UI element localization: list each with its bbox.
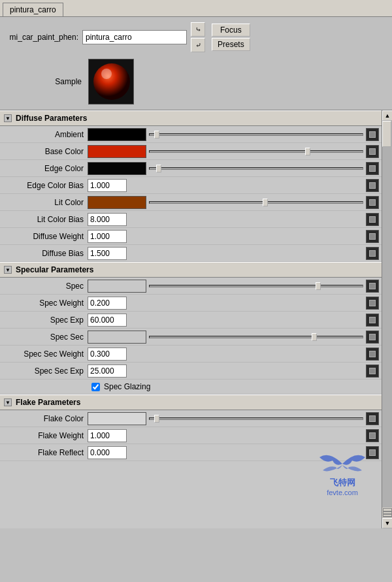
spec-sec-weight-icon[interactable] bbox=[366, 348, 379, 361]
diffuse-weight-icon[interactable] bbox=[366, 230, 379, 243]
base-color-icon[interactable] bbox=[366, 145, 379, 158]
diffuse-bias-input[interactable] bbox=[88, 247, 127, 260]
import-icon[interactable]: ⤷ bbox=[191, 22, 205, 37]
svg-point-1 bbox=[93, 63, 130, 100]
spec-sec-color-swatch[interactable] bbox=[88, 331, 146, 344]
spec-exp-label: Spec Exp bbox=[3, 315, 88, 325]
spec-glazing-label: Spec Glazing bbox=[104, 382, 150, 391]
spec-sec-exp-row: Spec Sec Exp bbox=[0, 363, 382, 380]
ambient-icon[interactable] bbox=[366, 128, 379, 141]
edge-color-bias-row: Edge Color Bias bbox=[0, 177, 382, 194]
diffuse-bias-icon[interactable] bbox=[366, 247, 379, 260]
spec-glazing-row: Spec Glazing bbox=[0, 380, 382, 395]
spec-weight-icon[interactable] bbox=[366, 297, 379, 310]
flake-arrow[interactable]: ▼ bbox=[4, 398, 12, 406]
flake-weight-icon[interactable] bbox=[366, 429, 379, 442]
base-color-swatch[interactable] bbox=[88, 145, 146, 158]
spec-color-swatch[interactable] bbox=[88, 280, 146, 293]
edge-color-label: Edge Color bbox=[3, 164, 88, 173]
watermark: 飞特网 fevte.com bbox=[316, 451, 368, 496]
main-area: ▼ Diffuse Parameters Ambient Base Color bbox=[0, 110, 392, 528]
specular-arrow[interactable]: ▼ bbox=[4, 266, 12, 274]
spec-sec-icon[interactable] bbox=[366, 331, 379, 344]
export-icon[interactable]: ⤶ bbox=[191, 38, 205, 52]
scroll-track[interactable] bbox=[382, 121, 392, 508]
spec-icon[interactable] bbox=[366, 280, 379, 293]
spec-weight-input[interactable] bbox=[88, 297, 127, 310]
spec-sec-weight-row: Spec Sec Weight bbox=[0, 346, 382, 363]
edge-color-bias-input[interactable] bbox=[88, 179, 127, 192]
focus-button[interactable]: Focus bbox=[212, 24, 250, 37]
ambient-row: Ambient bbox=[0, 126, 382, 143]
lit-color-icon[interactable] bbox=[366, 196, 379, 209]
lit-color-bias-input[interactable] bbox=[88, 213, 127, 226]
phenomenon-input[interactable] bbox=[82, 30, 187, 44]
action-buttons: Focus Presets bbox=[212, 24, 250, 51]
spec-exp-icon[interactable] bbox=[366, 314, 379, 327]
watermark-spacer: 飞特网 fevte.com bbox=[0, 461, 382, 500]
ambient-slider[interactable] bbox=[146, 133, 366, 136]
spec-sec-label: Spec Sec bbox=[3, 332, 88, 342]
spec-sec-exp-label: Spec Sec Exp bbox=[3, 366, 88, 376]
content-panel: ▼ Diffuse Parameters Ambient Base Color bbox=[0, 110, 382, 528]
spec-slider[interactable] bbox=[146, 285, 366, 287]
flake-weight-row: Flake Weight bbox=[0, 427, 382, 444]
presets-button[interactable]: Presets bbox=[212, 38, 250, 51]
flake-section-title: Flake Parameters bbox=[16, 398, 80, 407]
flake-reflect-input[interactable] bbox=[88, 446, 127, 459]
diffuse-arrow[interactable]: ▼ bbox=[4, 114, 12, 122]
base-color-row: Base Color bbox=[0, 143, 382, 160]
spec-weight-row: Spec Weight bbox=[0, 295, 382, 312]
phenomenon-row: mi_car_paint_phen: ⤷ ⤶ Focus Presets bbox=[7, 22, 385, 52]
tab-pintura-carro[interactable]: pintura_carro bbox=[3, 3, 63, 16]
flake-color-swatch[interactable] bbox=[88, 412, 146, 425]
specular-section-header[interactable]: ▼ Specular Parameters bbox=[0, 262, 382, 278]
diffuse-weight-input[interactable] bbox=[88, 230, 127, 243]
spec-sec-weight-input[interactable] bbox=[88, 348, 127, 361]
edge-color-bias-icon[interactable] bbox=[366, 179, 379, 192]
sample-label: Sample bbox=[46, 77, 82, 86]
base-color-slider[interactable] bbox=[146, 150, 366, 153]
lit-color-bias-icon[interactable] bbox=[366, 213, 379, 226]
base-color-label: Base Color bbox=[3, 147, 88, 156]
flake-section-header[interactable]: ▼ Flake Parameters bbox=[0, 395, 382, 410]
edge-color-row: Edge Color bbox=[0, 160, 382, 177]
spec-label: Spec bbox=[3, 282, 88, 291]
spec-sec-exp-icon[interactable] bbox=[366, 364, 379, 378]
flake-color-row: Flake Color bbox=[0, 410, 382, 427]
specular-section-title: Specular Parameters bbox=[16, 265, 93, 274]
edge-color-swatch[interactable] bbox=[88, 162, 146, 175]
diffuse-section-title: Diffuse Parameters bbox=[16, 114, 87, 123]
lit-color-row: Lit Color bbox=[0, 194, 382, 211]
flake-color-slider[interactable] bbox=[146, 417, 366, 420]
edge-color-icon[interactable] bbox=[366, 162, 379, 175]
scroll-up-button[interactable]: ▲ bbox=[382, 110, 392, 121]
spec-row: Spec bbox=[0, 278, 382, 295]
watermark-text2: fevte.com bbox=[327, 489, 358, 496]
spec-weight-label: Spec Weight bbox=[3, 299, 88, 308]
flake-weight-input[interactable] bbox=[88, 429, 127, 442]
tab-bar: pintura_carro bbox=[0, 0, 392, 17]
sample-row: Sample bbox=[7, 59, 385, 105]
flake-color-icon[interactable] bbox=[366, 412, 379, 425]
scroll-down-button[interactable]: ▼ bbox=[382, 518, 392, 528]
watermark-text1: 飞特网 bbox=[330, 477, 355, 489]
lit-color-bias-row: Lit Color Bias bbox=[0, 211, 382, 228]
lit-color-swatch[interactable] bbox=[88, 196, 146, 209]
spec-sec-slider[interactable] bbox=[146, 336, 366, 338]
ambient-label: Ambient bbox=[3, 130, 88, 139]
spec-exp-input[interactable] bbox=[88, 314, 127, 327]
diffuse-weight-row: Diffuse Weight bbox=[0, 228, 382, 245]
lit-color-slider[interactable] bbox=[146, 201, 366, 204]
top-panel: mi_car_paint_phen: ⤷ ⤶ Focus Presets Sam… bbox=[0, 17, 392, 110]
spec-exp-row: Spec Exp bbox=[0, 312, 382, 329]
spec-sec-exp-input[interactable] bbox=[88, 364, 127, 378]
flake-weight-label: Flake Weight bbox=[3, 431, 88, 440]
ambient-color-swatch[interactable] bbox=[88, 128, 146, 141]
scroll-grip bbox=[383, 508, 392, 517]
edge-color-slider[interactable] bbox=[146, 167, 366, 170]
scroll-thumb[interactable] bbox=[382, 121, 391, 147]
spec-glazing-checkbox[interactable] bbox=[91, 383, 100, 391]
diffuse-section-header[interactable]: ▼ Diffuse Parameters bbox=[0, 110, 382, 126]
flake-reflect-label: Flake Reflect bbox=[3, 448, 88, 457]
